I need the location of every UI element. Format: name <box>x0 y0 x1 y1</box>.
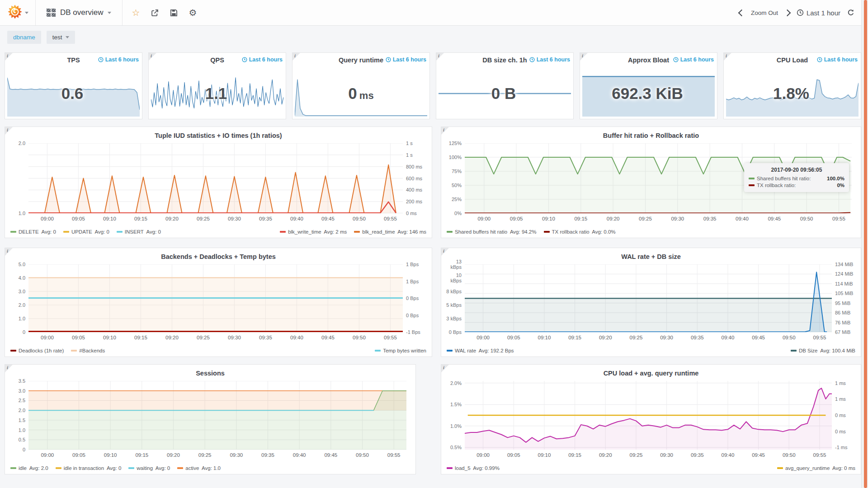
time-picker[interactable]: Last 1 hour <box>797 9 840 17</box>
plot-area[interactable] <box>28 264 403 332</box>
panel-info-icon[interactable]: i <box>5 365 15 375</box>
panel-info-icon[interactable]: i <box>292 53 302 63</box>
panel-title[interactable]: WAL rate + DB size <box>441 251 861 263</box>
legend-item[interactable]: load_5 Avg: 0.99% <box>447 465 500 471</box>
variable-name-pill[interactable]: dbname <box>7 31 41 44</box>
series-color-dash <box>280 231 286 233</box>
time-range-label: Last 1 hour <box>807 9 840 17</box>
panel-time-override[interactable]: Last 6 hours <box>386 56 426 63</box>
panel-time-override[interactable]: Last 6 hours <box>98 56 139 63</box>
x-tick-label: 09:00 <box>41 335 54 340</box>
legend-item[interactable]: blk_read_time Avg: 146 ms <box>354 229 426 235</box>
panel-info-icon[interactable]: i <box>5 248 15 258</box>
legend-label: Temp bytes written <box>383 348 426 353</box>
x-tick-label: 09:00 <box>41 452 54 458</box>
star-icon: ☆ <box>132 8 140 17</box>
panel-time-override[interactable]: Last 6 hours <box>242 56 283 63</box>
x-tick-label: 09:15 <box>574 216 587 221</box>
tooltip-row: Shared buffers hit ratio: 100.0% <box>749 176 844 181</box>
panel-info-icon[interactable]: i <box>441 248 451 258</box>
plot-area[interactable] <box>28 381 406 450</box>
series-color-dash <box>71 350 77 352</box>
legend-item[interactable]: avg_query_runtime Avg: 0 ms <box>777 465 855 471</box>
variable-value-dropdown[interactable]: test <box>47 31 75 44</box>
legend-item[interactable]: #Backends <box>71 348 105 353</box>
x-tick-label: 09:20 <box>165 335 179 340</box>
x-tick-label: 09:05 <box>507 452 520 458</box>
series-color-dash <box>791 350 797 352</box>
legend-item[interactable]: blk_write_time Avg: 2 ms <box>280 229 347 235</box>
stat-value: 0ms <box>292 85 429 101</box>
axis-label: 2.0% <box>444 380 462 386</box>
legend-item[interactable]: Temp bytes written <box>375 348 426 353</box>
panel-time-override[interactable]: Last 6 hours <box>817 56 858 63</box>
plot-area[interactable]: 2017-09-20 09:56:05 Shared buffers hit r… <box>465 143 852 213</box>
legend-item[interactable]: Shared buffers hit ratio Avg: 94.2% <box>447 229 537 235</box>
panel-info-icon[interactable]: i <box>5 127 15 137</box>
legend-label: UPDATE Avg: 0 <box>71 229 109 235</box>
grafana-logo-menu[interactable] <box>0 0 35 25</box>
legend-item[interactable]: INSERT Avg: 0 <box>117 229 161 235</box>
x-tick-label: 09:00 <box>476 452 490 458</box>
legend-item[interactable]: waiting Avg: 0 <box>128 465 170 471</box>
x-tick-label: 09:00 <box>41 216 54 221</box>
panel-info-icon[interactable]: i <box>5 53 15 63</box>
scrollbar-thumb[interactable] <box>864 0 867 488</box>
series-color-dash <box>777 467 783 469</box>
y-axis-left: 5.04.03.02.01.00 <box>8 264 28 332</box>
plot-area[interactable] <box>465 264 832 332</box>
axis-label: 200 ms <box>406 199 429 204</box>
chevron-down-icon <box>66 36 69 38</box>
axis-label: 1.0 <box>8 427 25 433</box>
refresh-button[interactable] <box>847 9 854 16</box>
legend-item[interactable]: DELETE Avg: 0 <box>10 229 56 235</box>
panel-info-icon[interactable]: i <box>580 53 590 63</box>
panel-title[interactable]: CPU load + avg. query runtime <box>441 367 861 379</box>
axis-label: 10 kBps <box>444 272 462 283</box>
panel-title[interactable]: Tuple IUD statistics + IO times (1h rati… <box>5 130 432 141</box>
time-shift-forward-button[interactable] <box>784 9 791 16</box>
panel-time-override[interactable]: Last 6 hours <box>529 56 570 63</box>
panel-info-icon[interactable]: i <box>724 53 734 63</box>
series-color-dash <box>354 231 360 233</box>
legend-item[interactable]: Deadlocks (1h rate) <box>10 348 64 353</box>
x-tick-label: 09:30 <box>228 216 241 221</box>
panel-time-override[interactable]: Last 6 hours <box>673 56 714 63</box>
legend-item[interactable]: idle Avg: 2.0 <box>10 465 48 471</box>
x-tick-label: 09:15 <box>135 452 148 458</box>
panel-info-icon[interactable]: i <box>441 127 451 137</box>
panel-info-icon[interactable]: i <box>149 53 159 63</box>
panel-info-icon[interactable]: i <box>436 53 446 63</box>
top-navbar: DB overview ☆ ⚙ Zoom Out Last 1 hou <box>0 0 868 26</box>
legend-item[interactable]: DB Size Avg: 100.4 MiB <box>791 348 855 353</box>
x-tick-label: 09:25 <box>197 216 210 221</box>
axis-label: 800 ms <box>406 164 429 169</box>
panel-title[interactable]: Backends + Deadlocks + Temp bytes <box>5 251 432 263</box>
star-button[interactable]: ☆ <box>126 0 145 25</box>
legend-item[interactable]: UPDATE Avg: 0 <box>63 229 109 235</box>
panel-info-icon[interactable]: i <box>441 365 451 375</box>
axis-label: 134 MiB <box>835 262 858 267</box>
zoom-out-button[interactable]: Zoom Out <box>751 9 778 16</box>
plot-area[interactable] <box>465 381 832 450</box>
x-tick-label: 09:30 <box>671 216 684 221</box>
legend-item[interactable]: WAL rate Avg: 192.2 Bps <box>447 348 514 353</box>
save-button[interactable] <box>164 0 183 25</box>
plot-area[interactable] <box>28 143 403 213</box>
x-tick-label: 09:55 <box>387 452 401 458</box>
x-axis: 09:0009:0509:1009:1509:2009:2509:3009:35… <box>465 450 832 460</box>
panel-title[interactable]: Buffer hit ratio + Rollback ratio <box>441 130 861 141</box>
share-button[interactable] <box>145 0 164 25</box>
axis-label: 67 MiB <box>835 329 858 335</box>
time-shift-back-button[interactable] <box>738 9 745 16</box>
axis-label: 86 MiB <box>835 310 858 315</box>
panel-title[interactable]: Sessions <box>5 367 415 379</box>
legend-item[interactable]: TX rollback ratio Avg: 0.0% <box>544 229 616 235</box>
scrollbar-track[interactable] <box>861 0 868 488</box>
panel-cpu-load: i CPU Load Last 6 hours 1.8% <box>723 52 861 119</box>
legend-item[interactable]: idle in transaction Avg: 0 <box>56 465 122 471</box>
settings-button[interactable]: ⚙ <box>183 0 202 25</box>
dashboard-title-menu[interactable]: DB overview <box>36 0 122 25</box>
x-tick-label: 09:50 <box>353 216 366 221</box>
legend-item[interactable]: active Avg: 1.0 <box>177 465 221 471</box>
